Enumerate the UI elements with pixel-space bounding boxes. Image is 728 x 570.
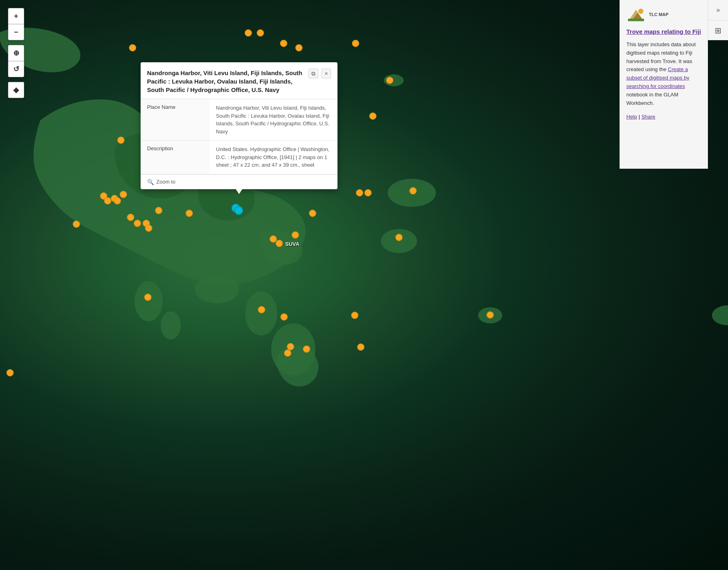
- map-marker-32[interactable]: [280, 313, 288, 321]
- zoom-in-button[interactable]: +: [8, 8, 24, 24]
- zoom-to-link[interactable]: Zoom to: [156, 179, 176, 185]
- map-marker-20[interactable]: [73, 221, 80, 228]
- map-marker-31[interactable]: [258, 306, 265, 313]
- map-marker-17[interactable]: [145, 225, 152, 232]
- svg-point-9: [712, 305, 728, 325]
- popup-tail: [236, 189, 242, 194]
- map-marker-14[interactable]: [127, 214, 134, 221]
- popup: Nandronga Harbor, Viti Levu Island, Fiji…: [141, 62, 337, 189]
- logo-text: TLC MAP: [649, 12, 669, 17]
- map-marker-19[interactable]: [186, 210, 193, 217]
- compass-button[interactable]: ◆: [8, 82, 24, 98]
- map-marker-30[interactable]: [144, 294, 151, 301]
- map-marker-6[interactable]: [386, 77, 393, 84]
- map-marker-5[interactable]: [352, 40, 359, 47]
- place-name-value: Nandronga Harbor, Viti Levu Island, Fiji…: [210, 99, 338, 141]
- reset-button[interactable]: ↺: [8, 61, 24, 77]
- map-marker-21[interactable]: [292, 231, 299, 239]
- panel-create-link[interactable]: Create a subset of digitised maps by sea…: [626, 66, 689, 89]
- map-marker-29[interactable]: [487, 311, 494, 319]
- compass-group: ◆: [8, 82, 24, 98]
- map-marker-34[interactable]: [303, 345, 310, 353]
- map-marker-35[interactable]: [284, 349, 291, 357]
- map-marker-13[interactable]: [120, 191, 127, 198]
- zoom-icon: 🔍: [147, 179, 154, 185]
- side-panel: TLC MAP Trove maps relating to Fiji This…: [620, 0, 708, 169]
- map-marker-0[interactable]: [129, 44, 136, 51]
- map-marker-38[interactable]: [6, 369, 14, 376]
- tlc-map-logo: [626, 6, 646, 22]
- map-marker-10[interactable]: [104, 197, 111, 204]
- svg-point-12: [638, 9, 644, 14]
- zoom-controls: + −: [8, 8, 24, 40]
- zoom-out-button[interactable]: −: [8, 24, 24, 40]
- map-marker-4[interactable]: [295, 44, 303, 51]
- pan-button[interactable]: ⊕: [8, 45, 24, 61]
- map-marker-7[interactable]: [369, 112, 376, 120]
- map-svg: [0, 0, 728, 570]
- popup-title: Nandronga Harbor, Viti Levu Island, Fiji…: [147, 69, 309, 94]
- description-row: Description United States. Hydrographic …: [141, 141, 337, 174]
- panel-separator: |: [638, 114, 640, 120]
- pan-controls: ⊕ ↺: [8, 45, 24, 77]
- map-marker-24[interactable]: [309, 210, 316, 217]
- map-container: SUVA + − ⊕ ↺ ◆ Nandronga Harbor, Viti Le…: [0, 0, 728, 570]
- panel-share-link[interactable]: Share: [641, 114, 655, 120]
- map-marker-36[interactable]: [287, 343, 294, 350]
- map-marker-15[interactable]: [134, 220, 141, 227]
- svg-point-3: [135, 281, 163, 321]
- map-marker-26[interactable]: [364, 189, 372, 196]
- description-value: United States. Hydrographic Office | Was…: [210, 141, 338, 174]
- map-marker-8[interactable]: [117, 137, 125, 144]
- svg-point-2: [381, 229, 417, 253]
- qr-button[interactable]: ⊞: [708, 20, 728, 40]
- place-name-label: Place Name: [141, 99, 210, 141]
- map-marker-33[interactable]: [351, 312, 358, 319]
- map-controls: + − ⊕ ↺ ◆: [8, 8, 24, 98]
- popup-window-button[interactable]: ⧉: [309, 69, 318, 78]
- map-marker-12[interactable]: [114, 197, 121, 204]
- map-marker-2[interactable]: [257, 29, 264, 37]
- popup-footer: 🔍 Zoom to: [141, 174, 337, 189]
- popup-controls: ⧉ ×: [309, 69, 331, 78]
- map-marker-40[interactable]: [234, 206, 243, 215]
- panel-help-link[interactable]: Help: [626, 114, 637, 120]
- svg-point-5: [195, 275, 239, 303]
- place-name-row: Place Name Nandronga Harbor, Viti Levu I…: [141, 99, 337, 141]
- panel-footer: Help | Share: [626, 114, 701, 120]
- popup-header: Nandronga Harbor, Viti Levu Island, Fiji…: [141, 62, 337, 99]
- panel-description: This layer includes data about digitised…: [626, 41, 701, 107]
- map-marker-23[interactable]: [276, 240, 283, 247]
- svg-point-4: [161, 311, 181, 339]
- map-marker-37[interactable]: [357, 343, 364, 351]
- collapse-panel-button[interactable]: »: [708, 0, 728, 20]
- map-marker-28[interactable]: [395, 234, 403, 241]
- description-label: Description: [141, 141, 210, 174]
- popup-table: Place Name Nandronga Harbor, Viti Levu I…: [141, 99, 337, 174]
- panel-title-link[interactable]: Trove maps relating to Fiji: [626, 27, 701, 36]
- map-marker-1[interactable]: [245, 29, 252, 37]
- svg-rect-13: [628, 18, 644, 21]
- map-marker-25[interactable]: [356, 189, 363, 196]
- panel-logo: TLC MAP: [626, 6, 701, 22]
- svg-point-6: [245, 291, 277, 335]
- map-marker-18[interactable]: [155, 207, 162, 214]
- map-marker-27[interactable]: [409, 187, 417, 194]
- city-label-suva: SUVA: [285, 241, 299, 247]
- map-marker-3[interactable]: [280, 40, 287, 47]
- popup-close-button[interactable]: ×: [321, 69, 331, 78]
